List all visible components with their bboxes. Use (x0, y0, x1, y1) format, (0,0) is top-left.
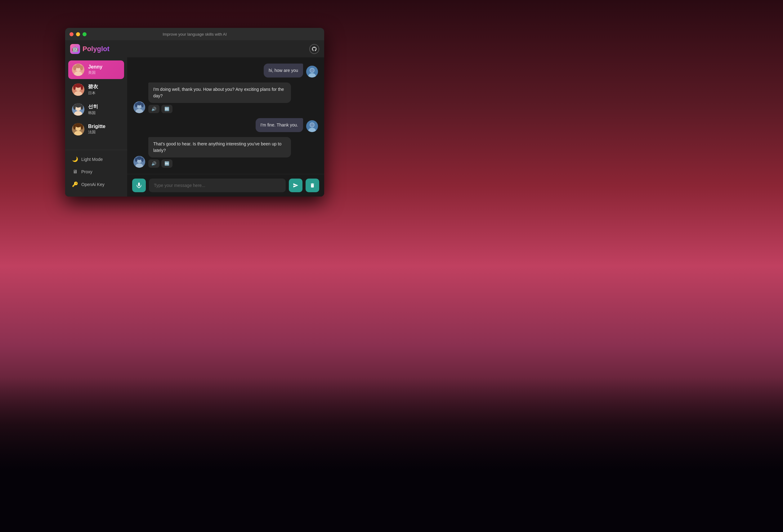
main-layout: Jenny 美国 (65, 57, 324, 197)
avatar-brigitte (72, 123, 84, 135)
proxy-icon: 🖥 (72, 169, 78, 174)
jenny-avatar-2 (133, 156, 145, 168)
message-actions-2: 🔊 🔤 (148, 105, 291, 113)
svg-point-27 (310, 68, 314, 72)
brigitte-avatar-svg (72, 123, 84, 135)
svg-point-32 (135, 103, 137, 107)
mic-button[interactable] (132, 178, 146, 192)
translate-icon-1: 🔤 (164, 107, 169, 111)
sidebar-item-brigitte[interactable]: Brigitte 法国 (68, 120, 124, 139)
avatar-sunhi-image (72, 103, 84, 115)
sound-button-1[interactable]: 🔊 (148, 105, 159, 113)
biyi-country: 日本 (88, 91, 98, 96)
svg-point-33 (141, 103, 144, 107)
svg-point-5 (80, 65, 83, 70)
svg-point-22 (73, 124, 76, 130)
sound-button-2[interactable]: 🔊 (148, 159, 159, 168)
minimize-button[interactable] (76, 32, 80, 36)
sidebar: Jenny 美国 (65, 57, 127, 197)
jenny-avatar-svg-2 (133, 156, 145, 168)
svg-point-37 (310, 123, 314, 127)
message-bubble-4: That's good to hear. Is there anything i… (148, 137, 291, 158)
moon-icon: 🌙 (72, 156, 78, 162)
app-name: Polyglot (83, 45, 109, 53)
clear-button[interactable] (306, 178, 319, 192)
app-window: Improve your language skills with AI 🤖 P… (65, 28, 324, 197)
sidebar-item-jenny[interactable]: Jenny 美国 (68, 61, 124, 79)
sound-icon-1: 🔊 (151, 107, 156, 111)
character-list: Jenny 美国 (65, 61, 127, 150)
jenny-country: 美国 (88, 70, 102, 75)
traffic-lights (69, 32, 87, 36)
app-logo: 🤖 Polyglot (70, 44, 109, 54)
message-row-2: I'm doing well, thank you. How about you… (133, 82, 318, 113)
app-header: 🤖 Polyglot (65, 40, 324, 57)
window-title: Improve your language skills with AI (162, 32, 227, 37)
jenny-info: Jenny 美国 (88, 64, 102, 75)
user-avatar-svg-2 (306, 120, 318, 132)
menu-item-proxy[interactable]: 🖥 Proxy (68, 166, 124, 178)
github-button[interactable] (309, 44, 319, 54)
svg-point-41 (137, 156, 142, 160)
openai-key-label: OpenAi Key (81, 182, 104, 187)
message-bubble-wrapper-4: That's good to hear. Is there anything i… (148, 137, 291, 168)
svg-point-10 (73, 84, 76, 90)
mic-icon (136, 182, 142, 189)
jenny-avatar-1 (133, 101, 145, 113)
translate-icon-2: 🔤 (164, 161, 169, 166)
svg-point-43 (141, 158, 144, 162)
avatar-biyi-image (72, 84, 84, 96)
svg-point-42 (135, 158, 137, 162)
user-avatar-1 (306, 66, 318, 77)
brigitte-name: Brigitte (88, 124, 105, 129)
biyi-name: 碧衣 (88, 84, 98, 90)
message-bubble-wrapper-3: I'm fine. Thank you. (256, 118, 303, 132)
sunhi-name: 선히 (88, 104, 98, 110)
svg-point-4 (73, 65, 76, 70)
sidebar-footer: 🌙 Light Mode 🖥 Proxy 🔑 OpenAi Key (65, 150, 127, 194)
sidebar-item-biyi[interactable]: 碧衣 日本 (68, 80, 124, 99)
close-button[interactable] (69, 32, 73, 36)
svg-point-23 (81, 124, 83, 130)
menu-item-openai-key[interactable]: 🔑 OpenAi Key (68, 178, 124, 190)
brigitte-country: 法国 (88, 130, 105, 135)
input-area (127, 174, 324, 197)
biyi-avatar-svg (72, 84, 84, 96)
svg-point-16 (73, 104, 76, 110)
biyi-info: 碧衣 日本 (88, 84, 98, 96)
light-mode-label: Light Mode (81, 157, 103, 162)
messages-container: hi, how are you (127, 57, 324, 174)
send-button[interactable] (289, 178, 303, 192)
menu-item-light-mode[interactable]: 🌙 Light Mode (68, 153, 124, 165)
jenny-avatar-svg (72, 64, 84, 76)
message-row-4: That's good to hear. Is there anything i… (133, 137, 318, 168)
send-icon (293, 182, 299, 188)
translate-button-2[interactable]: 🔤 (161, 159, 173, 168)
user-avatar-2 (306, 120, 318, 132)
maximize-button[interactable] (83, 32, 87, 36)
city-background (0, 377, 783, 532)
titlebar: Improve your language skills with AI (65, 28, 324, 40)
avatar-jenny (72, 64, 84, 76)
trash-icon (310, 182, 315, 188)
svg-point-31 (137, 102, 142, 105)
avatar-brigitte-image (72, 123, 84, 135)
message-input[interactable] (149, 178, 286, 192)
logo-icon: 🤖 (70, 44, 80, 54)
sidebar-item-sunhi[interactable]: 선히 韩国 (68, 100, 124, 119)
svg-point-11 (81, 84, 83, 90)
jenny-name: Jenny (88, 64, 102, 70)
message-bubble-1: hi, how are you (264, 64, 303, 77)
user-avatar-svg-1 (306, 66, 318, 77)
github-icon (311, 46, 317, 52)
chat-area: hi, how are you (127, 57, 324, 197)
jenny-avatar-svg-1 (133, 101, 145, 113)
sunhi-country: 韩国 (88, 110, 98, 115)
brigitte-info: Brigitte 法国 (88, 124, 105, 135)
message-row-1: hi, how are you (133, 64, 318, 77)
sunhi-avatar-svg (72, 103, 84, 115)
message-bubble-wrapper-1: hi, how are you (264, 64, 303, 77)
message-row-3: I'm fine. Thank you. (133, 118, 318, 132)
translate-button-1[interactable]: 🔤 (161, 105, 173, 113)
svg-point-17 (81, 104, 83, 110)
